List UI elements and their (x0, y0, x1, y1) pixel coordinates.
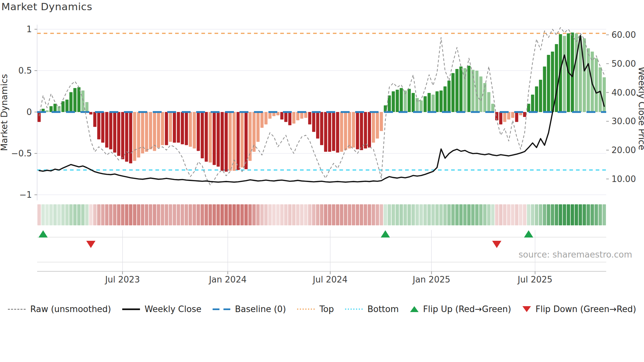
heatmap-strip (37, 204, 606, 225)
heatmap-cell (121, 204, 124, 225)
oscillator-bar (205, 112, 208, 162)
heatmap-cell (288, 204, 291, 225)
heatmap-cell (443, 204, 447, 225)
oscillator-bar (356, 112, 359, 149)
heatmap-cell (479, 204, 482, 225)
oscillator-bar (169, 112, 172, 142)
svg-text:20.00: 20.00 (611, 145, 636, 155)
heatmap-cell (149, 204, 152, 225)
oscillator-bar (535, 86, 538, 112)
flip-up-marker (38, 230, 48, 238)
heatmap-cell (368, 204, 371, 225)
heatmap-cell (45, 204, 49, 225)
heatmap-cell (328, 204, 331, 225)
oscillator-bar (109, 112, 112, 149)
heatmap-cell (169, 204, 172, 225)
heatmap-cell (228, 204, 232, 225)
oscillator-bar (372, 112, 375, 143)
heatmap-cell (523, 204, 526, 225)
oscillator-bar (459, 66, 463, 112)
heatmap-cell (579, 204, 582, 225)
oscillator-bar (364, 112, 367, 148)
oscillator-bar (54, 104, 57, 112)
left-axis-title: Market Dynamics (0, 74, 9, 151)
oscillator-bar (229, 112, 232, 171)
oscillator-bar (376, 112, 379, 139)
heatmap-cell (447, 204, 450, 225)
heatmap-cell (567, 204, 570, 225)
heatmap-cell (57, 204, 60, 225)
heatmap-cell (129, 204, 132, 225)
heatmap-cell (495, 204, 498, 225)
heatmap-cell (407, 204, 411, 225)
heatmap-cell (153, 204, 156, 225)
oscillator-bar (503, 112, 506, 122)
heatmap-cell (177, 204, 180, 225)
oscillator-bar (280, 112, 284, 120)
oscillator-bar (348, 112, 351, 148)
heatmap-cell (193, 204, 196, 225)
heatmap-cell (352, 204, 355, 225)
heatmap-cell (69, 204, 73, 225)
oscillator-bar (531, 95, 534, 112)
oscillator-bar (117, 112, 120, 156)
heatmap-cell (73, 204, 77, 225)
flip-down-marker (492, 241, 501, 248)
oscillator-bar (268, 112, 272, 119)
heatmap-cell (360, 204, 363, 225)
heatmap-cell (324, 204, 327, 225)
heatmap-cell (145, 204, 148, 225)
oscillator-bars (37, 33, 606, 171)
heatmap-cell (435, 204, 439, 225)
oscillator-bar (308, 112, 311, 124)
heatmap-cell (280, 204, 284, 225)
heatmap-cell (487, 204, 490, 225)
oscillator-bar (444, 86, 447, 112)
heatmap-cell (224, 204, 228, 225)
heatmap-cell (535, 204, 538, 225)
oscillator-bar (121, 112, 125, 159)
oscillator-bar (129, 112, 132, 163)
oscillator-bar (165, 112, 168, 145)
heatmap-cell (571, 204, 574, 225)
svg-text:Jan 2025: Jan 2025 (412, 275, 450, 284)
heatmap-cell (336, 204, 339, 225)
heatmap-cell (415, 204, 419, 225)
heatmap-cell (137, 204, 140, 225)
heatmap-cell (161, 204, 164, 225)
heatmap-cell (559, 204, 562, 225)
right-axis: 60.0050.0040.0030.0020.0010.00Weekly Clo… (606, 30, 644, 184)
heatmap-cell (248, 204, 252, 225)
oscillator-bar (193, 112, 196, 148)
svg-text:0.5: 0.5 (18, 66, 32, 76)
heatmap-cell (424, 204, 427, 225)
heatmap-cell (141, 204, 144, 225)
svg-text:0: 0 (26, 107, 32, 117)
oscillator-bar (499, 112, 502, 124)
legend-label: Flip Up (Red→Green) (423, 304, 511, 314)
heatmap-cell (431, 204, 435, 225)
oscillator-bar (467, 66, 471, 112)
oscillator-bar (101, 112, 104, 143)
oscillator-bar (137, 112, 140, 158)
source-credit: source: sharemaestro.com (518, 250, 632, 260)
heatmap-cell (272, 204, 275, 225)
heatmap-cell (396, 204, 399, 225)
heatmap-cell (575, 204, 578, 225)
oscillator-bar (300, 112, 304, 119)
heatmap-cell (499, 204, 502, 225)
svg-text:50.00: 50.00 (611, 59, 636, 69)
heatmap-cell (276, 204, 280, 225)
heatmap-cell (264, 204, 267, 225)
oscillator-bar (435, 91, 439, 112)
oscillator-bar (37, 112, 41, 122)
oscillator-bar (344, 112, 347, 150)
heatmap-cell (471, 204, 474, 225)
oscillator-bar (340, 112, 343, 152)
heatmap-cell (200, 204, 204, 225)
heatmap-cell (65, 204, 69, 225)
legend-item-top: Top (297, 304, 334, 314)
heatmap-cell (312, 204, 315, 225)
oscillator-bar (583, 38, 586, 112)
long-dash-line-swatch (213, 308, 230, 310)
